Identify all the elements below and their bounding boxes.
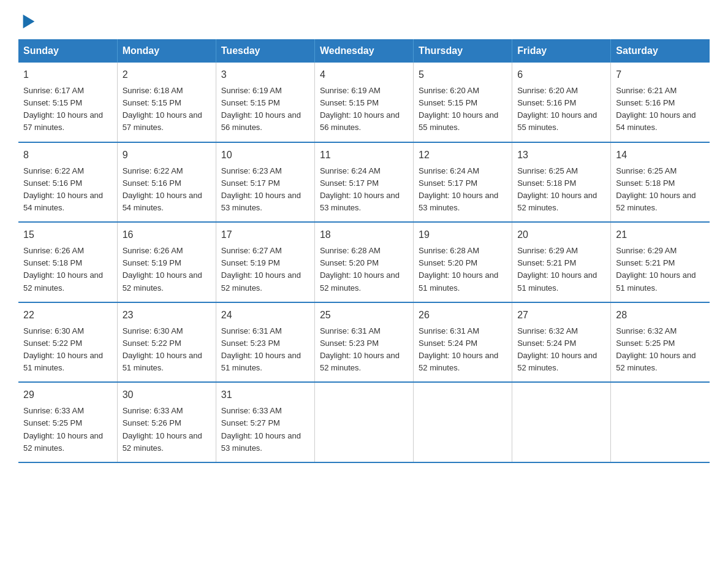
days-of-week-row: SundayMondayTuesdayWednesdayThursdayFrid… (18, 39, 710, 63)
sunrise-label: Sunrise: 6:17 AM (23, 86, 84, 95)
daylight-label: Daylight: 10 hours and 53 minutes. (320, 191, 400, 212)
calendar-cell: 20 Sunrise: 6:29 AM Sunset: 5:21 PM Dayl… (512, 222, 611, 302)
calendar-cell: 8 Sunrise: 6:22 AM Sunset: 5:16 PM Dayli… (18, 142, 117, 223)
daylight-label: Daylight: 10 hours and 57 minutes. (23, 110, 103, 132)
sunrise-label: Sunrise: 6:24 AM (419, 166, 479, 175)
sunrise-label: Sunrise: 6:29 AM (616, 246, 677, 255)
calendar-cell: 24 Sunrise: 6:31 AM Sunset: 5:23 PM Dayl… (216, 302, 314, 383)
daylight-label: Daylight: 10 hours and 54 minutes. (123, 191, 202, 212)
daylight-label: Daylight: 10 hours and 51 minutes. (616, 270, 696, 292)
sunset-label: Sunset: 5:19 PM (123, 258, 181, 267)
sunrise-label: Sunrise: 6:25 AM (517, 166, 578, 175)
sunrise-label: Sunrise: 6:33 AM (23, 406, 84, 415)
logo-flag-icon (20, 12, 38, 31)
day-number: 5 (419, 67, 507, 82)
calendar-cell: 27 Sunrise: 6:32 AM Sunset: 5:24 PM Dayl… (512, 302, 611, 383)
calendar-cell: 29 Sunrise: 6:33 AM Sunset: 5:25 PM Dayl… (18, 382, 117, 462)
day-header-thursday: Thursday (414, 39, 512, 63)
daylight-label: Daylight: 10 hours and 52 minutes. (419, 351, 498, 372)
day-info: Sunrise: 6:19 AM Sunset: 5:15 PM Dayligh… (320, 85, 408, 134)
calendar-cell: 31 Sunrise: 6:33 AM Sunset: 5:27 PM Dayl… (216, 382, 314, 462)
sunrise-label: Sunrise: 6:26 AM (23, 246, 84, 255)
daylight-label: Daylight: 10 hours and 52 minutes. (123, 270, 202, 292)
sunrise-label: Sunrise: 6:26 AM (123, 246, 183, 255)
sunset-label: Sunset: 5:25 PM (23, 418, 82, 427)
sunrise-label: Sunrise: 6:31 AM (419, 326, 479, 335)
calendar-cell (414, 382, 512, 462)
calendar-cell: 30 Sunrise: 6:33 AM Sunset: 5:26 PM Dayl… (117, 382, 216, 462)
sunrise-label: Sunrise: 6:24 AM (320, 166, 381, 175)
calendar-body: 1 Sunrise: 6:17 AM Sunset: 5:15 PM Dayli… (18, 63, 710, 462)
sunset-label: Sunset: 5:17 PM (320, 178, 379, 188)
day-number: 11 (320, 148, 408, 163)
sunrise-label: Sunrise: 6:21 AM (616, 86, 677, 95)
day-number: 27 (517, 308, 605, 323)
day-number: 22 (23, 308, 112, 323)
week-row-4: 22 Sunrise: 6:30 AM Sunset: 5:22 PM Dayl… (18, 302, 710, 383)
daylight-label: Daylight: 10 hours and 56 minutes. (320, 110, 400, 132)
day-info: Sunrise: 6:26 AM Sunset: 5:18 PM Dayligh… (23, 245, 112, 294)
sunset-label: Sunset: 5:24 PM (419, 339, 477, 348)
day-info: Sunrise: 6:19 AM Sunset: 5:15 PM Dayligh… (221, 85, 309, 134)
daylight-label: Daylight: 10 hours and 54 minutes. (23, 191, 103, 212)
sunrise-label: Sunrise: 6:30 AM (123, 326, 183, 335)
daylight-label: Daylight: 10 hours and 52 minutes. (616, 191, 696, 212)
sunset-label: Sunset: 5:20 PM (320, 258, 379, 267)
daylight-label: Daylight: 10 hours and 51 minutes. (517, 270, 597, 292)
sunset-label: Sunset: 5:26 PM (123, 418, 181, 427)
sunrise-label: Sunrise: 6:33 AM (221, 406, 282, 415)
sunset-label: Sunset: 5:20 PM (419, 258, 477, 267)
day-info: Sunrise: 6:29 AM Sunset: 5:21 PM Dayligh… (616, 245, 705, 294)
day-info: Sunrise: 6:24 AM Sunset: 5:17 PM Dayligh… (320, 165, 408, 215)
sunrise-label: Sunrise: 6:19 AM (320, 86, 381, 95)
day-number: 20 (517, 228, 605, 242)
calendar-cell: 25 Sunrise: 6:31 AM Sunset: 5:23 PM Dayl… (314, 302, 413, 383)
day-number: 23 (123, 308, 211, 323)
sunset-label: Sunset: 5:23 PM (221, 339, 280, 348)
calendar-cell (512, 382, 611, 462)
sunset-label: Sunset: 5:18 PM (616, 178, 675, 188)
day-info: Sunrise: 6:29 AM Sunset: 5:21 PM Dayligh… (517, 245, 605, 294)
week-row-2: 8 Sunrise: 6:22 AM Sunset: 5:16 PM Dayli… (18, 142, 710, 223)
calendar-cell: 4 Sunrise: 6:19 AM Sunset: 5:15 PM Dayli… (314, 63, 413, 142)
daylight-label: Daylight: 10 hours and 52 minutes. (221, 270, 301, 292)
sunset-label: Sunset: 5:17 PM (419, 178, 477, 188)
calendar-cell (611, 382, 710, 462)
daylight-label: Daylight: 10 hours and 56 minutes. (221, 110, 301, 132)
svg-marker-0 (23, 15, 35, 29)
day-number: 30 (123, 388, 211, 402)
day-number: 17 (221, 228, 309, 242)
day-info: Sunrise: 6:18 AM Sunset: 5:15 PM Dayligh… (123, 85, 211, 134)
day-info: Sunrise: 6:31 AM Sunset: 5:23 PM Dayligh… (320, 325, 408, 375)
day-info: Sunrise: 6:20 AM Sunset: 5:16 PM Dayligh… (517, 85, 605, 134)
sunset-label: Sunset: 5:18 PM (517, 178, 576, 188)
daylight-label: Daylight: 10 hours and 52 minutes. (616, 351, 696, 372)
sunset-label: Sunset: 5:27 PM (221, 418, 280, 427)
day-number: 3 (221, 67, 309, 82)
sunset-label: Sunset: 5:17 PM (221, 178, 280, 188)
daylight-label: Daylight: 10 hours and 53 minutes. (419, 191, 498, 212)
sunset-label: Sunset: 5:15 PM (123, 98, 181, 107)
day-number: 14 (616, 148, 705, 163)
day-number: 7 (616, 67, 705, 82)
calendar-cell: 7 Sunrise: 6:21 AM Sunset: 5:16 PM Dayli… (611, 63, 710, 142)
calendar-cell: 3 Sunrise: 6:19 AM Sunset: 5:15 PM Dayli… (216, 63, 314, 142)
day-number: 13 (517, 148, 605, 163)
daylight-label: Daylight: 10 hours and 55 minutes. (517, 110, 597, 132)
day-info: Sunrise: 6:26 AM Sunset: 5:19 PM Dayligh… (123, 245, 211, 294)
sunrise-label: Sunrise: 6:22 AM (23, 166, 84, 175)
daylight-label: Daylight: 10 hours and 52 minutes. (23, 431, 103, 453)
day-info: Sunrise: 6:21 AM Sunset: 5:16 PM Dayligh… (616, 85, 705, 134)
logo (18, 12, 38, 27)
daylight-label: Daylight: 10 hours and 54 minutes. (616, 110, 696, 132)
daylight-label: Daylight: 10 hours and 51 minutes. (123, 351, 202, 372)
daylight-label: Daylight: 10 hours and 52 minutes. (320, 351, 400, 372)
calendar-cell: 17 Sunrise: 6:27 AM Sunset: 5:19 PM Dayl… (216, 222, 314, 302)
day-number: 16 (123, 228, 211, 242)
sunrise-label: Sunrise: 6:31 AM (320, 326, 381, 335)
sunrise-label: Sunrise: 6:28 AM (419, 246, 479, 255)
day-number: 31 (221, 388, 309, 402)
calendar-cell: 26 Sunrise: 6:31 AM Sunset: 5:24 PM Dayl… (414, 302, 512, 383)
day-info: Sunrise: 6:33 AM Sunset: 5:25 PM Dayligh… (23, 405, 112, 454)
sunrise-label: Sunrise: 6:20 AM (419, 86, 479, 95)
